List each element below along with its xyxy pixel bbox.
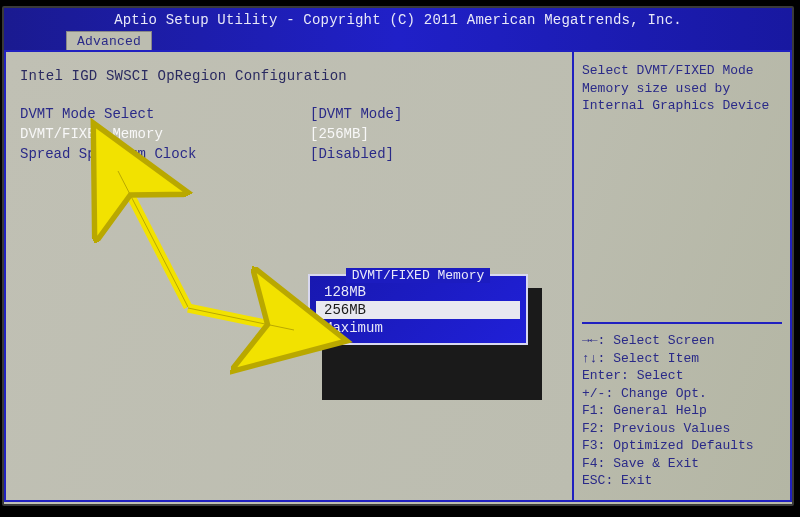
- right-pane: Select DVMT/FIXED Mode Memory size used …: [572, 50, 792, 502]
- annotation-arrow-right: [182, 290, 312, 354]
- setting-label: DVMT Mode Select: [20, 106, 310, 122]
- setting-row-dvmt-mode[interactable]: DVMT Mode Select [DVMT Mode]: [20, 106, 558, 122]
- section-title: Intel IGD SWSCI OpRegion Configuration: [20, 68, 558, 84]
- annotation-arrow-up: [108, 157, 198, 321]
- setting-row-spread-spectrum[interactable]: Spread Spectrum Clock [Disabled]: [20, 146, 558, 162]
- setting-value: [256MB]: [310, 126, 369, 142]
- key-row: ↑↓: Select Item: [582, 350, 782, 368]
- help-text: Select DVMT/FIXED Mode Memory size used …: [582, 62, 782, 115]
- header-bar: Aptio Setup Utility - Copyright (C) 2011…: [4, 8, 792, 50]
- setting-label: Spread Spectrum Clock: [20, 146, 310, 162]
- bios-screen: Aptio Setup Utility - Copyright (C) 2011…: [2, 6, 794, 506]
- left-pane: Intel IGD SWSCI OpRegion Configuration D…: [4, 50, 572, 502]
- key-row: →←: Select Screen: [582, 332, 782, 350]
- setting-row-dvmt-fixed-memory[interactable]: DVMT/FIXED Memory [256MB]: [20, 126, 558, 142]
- popup-title: DVMT/FIXED Memory: [310, 268, 526, 283]
- key-row: +/-: Change Opt.: [582, 385, 782, 403]
- key-row: F1: General Help: [582, 402, 782, 420]
- key-row: F3: Optimized Defaults: [582, 437, 782, 455]
- popup-dvmt-fixed-memory: DVMT/FIXED Memory 128MB 256MB Maximum: [308, 274, 528, 345]
- content: Intel IGD SWSCI OpRegion Configuration D…: [4, 50, 792, 502]
- setting-value: [DVMT Mode]: [310, 106, 402, 122]
- popup-item-maximum[interactable]: Maximum: [310, 319, 526, 337]
- key-row: F2: Previous Values: [582, 420, 782, 438]
- key-help: →←: Select Screen ↑↓: Select Item Enter:…: [582, 322, 782, 490]
- setting-label: DVMT/FIXED Memory: [20, 126, 310, 142]
- setting-value: [Disabled]: [310, 146, 394, 162]
- header-title: Aptio Setup Utility - Copyright (C) 2011…: [114, 12, 682, 28]
- tab-advanced[interactable]: Advanced: [66, 31, 152, 51]
- key-row: Enter: Select: [582, 367, 782, 385]
- key-row: F4: Save & Exit: [582, 455, 782, 473]
- key-row: ESC: Exit: [582, 472, 782, 490]
- popup-item-128mb[interactable]: 128MB: [310, 283, 526, 301]
- popup-item-256mb[interactable]: 256MB: [316, 301, 520, 319]
